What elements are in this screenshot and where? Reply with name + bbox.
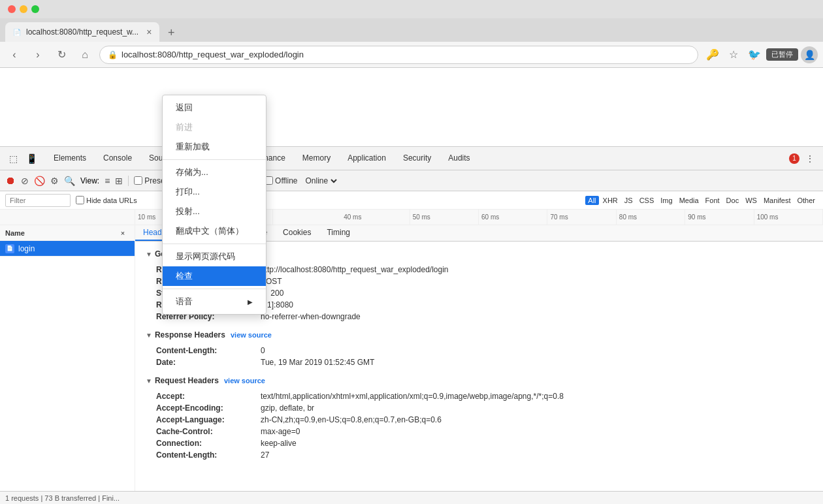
ctx-item-back[interactable]: 返回 (163, 98, 266, 118)
content-length-row: Content-Length: 0 (146, 345, 813, 356)
error-badge: 1 (789, 153, 799, 164)
resource-type-all[interactable]: All (585, 196, 598, 205)
minimize-button[interactable] (20, 5, 27, 13)
traffic-lights (8, 5, 39, 13)
accept-key: Accept: (156, 392, 261, 401)
offline-group[interactable]: Offline (265, 176, 297, 185)
ctx-item-saveas[interactable]: 存储为... (163, 163, 266, 182)
ctx-item-viewsource[interactable]: 显示网页源代码 (163, 247, 266, 266)
record-icon[interactable]: ⏺ (5, 175, 16, 187)
separator-1 (128, 176, 129, 186)
tab-application[interactable]: Application (340, 147, 394, 170)
avatar[interactable]: 👤 (801, 46, 818, 63)
accept-language-row: Accept-Language: zh-CN,zh;q=0.9,en-US;q=… (146, 414, 813, 426)
lock-icon: 🔒 (108, 50, 118, 59)
status-text: 1 requests | 73 B transferred | Fini... (5, 494, 120, 502)
tab-title: localhost:8080/http_request_w... (26, 27, 138, 37)
home-button[interactable]: ⌂ (76, 46, 94, 64)
tick-60ms: 60 ms (479, 210, 547, 225)
request-sidebar: Name × 📄 login (0, 225, 135, 491)
ctx-item-print[interactable]: 打印... (163, 182, 266, 202)
tab-elements[interactable]: Elements (46, 147, 94, 170)
extension-icon[interactable]: 🐦 (745, 46, 764, 64)
forward-button[interactable]: › (29, 46, 47, 64)
address-bar[interactable]: 🔒 localhost:8080/http_request_war_explod… (99, 46, 698, 64)
connection-row: Connection: keep-alive (146, 437, 813, 449)
request-headers-title: Request Headers (155, 376, 219, 385)
resource-type-img[interactable]: Img (658, 196, 675, 205)
preserve-log-checkbox[interactable] (134, 176, 142, 185)
resource-type-js[interactable]: JS (622, 196, 636, 205)
status-bar: 1 requests | 73 B transferred | Fini... (0, 491, 823, 504)
tab-audits[interactable]: Audits (440, 147, 477, 170)
response-headers-view-source[interactable]: view source (231, 331, 272, 339)
throttle-select[interactable]: Online (303, 176, 339, 186)
reload-button[interactable]: ↻ (52, 46, 71, 64)
page-content (0, 68, 823, 146)
resource-type-media[interactable]: Media (677, 196, 702, 205)
connection-value: keep-alive (261, 439, 297, 448)
title-bar (0, 0, 823, 18)
request-item-login[interactable]: 📄 login (0, 241, 135, 257)
list-view-icon[interactable]: ≡ (105, 176, 110, 186)
request-item-name: login (18, 244, 35, 253)
tab-security[interactable]: Security (395, 147, 439, 170)
resource-type-doc[interactable]: Doc (724, 196, 742, 205)
hide-data-label: Hide data URLs (86, 197, 137, 204)
detail-tab-timing[interactable]: Timing (319, 225, 358, 241)
req-content-length-row: Content-Length: 27 (146, 449, 813, 461)
accept-row: Accept: text/html,application/xhtml+xml,… (146, 390, 813, 402)
hide-data-checkbox[interactable] (76, 196, 84, 204)
tab-memory[interactable]: Memory (295, 147, 338, 170)
clear-icon[interactable]: 🚫 (34, 176, 45, 186)
request-headers-section-header: ▼ Request Headers view source (146, 373, 813, 388)
ctx-item-inspect[interactable]: 检查 (163, 266, 266, 286)
mobile-icon[interactable]: 📱 (24, 151, 39, 166)
network-toolbar: ⏺ ⊘ 🚫 ⚙ 🔍 View: ≡ ⊞ Preserve log Disable… (0, 170, 823, 191)
ctx-item-speech[interactable]: 语音 ▶ (163, 292, 266, 311)
close-button[interactable] (8, 5, 16, 13)
content-length-value: 0 (261, 346, 265, 355)
stop-icon[interactable]: ⊘ (21, 176, 29, 186)
resource-type-other[interactable]: Other (794, 196, 818, 205)
hide-data-toggle[interactable]: Hide data URLs (76, 196, 137, 204)
ctx-item-reload[interactable]: 重新加载 (163, 137, 266, 157)
paused-button[interactable]: 已暂停 (766, 48, 798, 61)
filter-icon[interactable]: ⚙ (50, 176, 59, 186)
filter-input[interactable] (5, 194, 71, 207)
search-icon[interactable]: 🔍 (64, 176, 75, 186)
resource-type-ws[interactable]: WS (743, 196, 760, 205)
new-tab-button[interactable]: + (162, 24, 180, 42)
req-content-length-value: 27 (261, 450, 269, 460)
tab-favicon: 📄 (13, 29, 21, 36)
resource-type-xhr[interactable]: XHR (600, 196, 621, 205)
context-menu: 返回 前进 重新加载 存储为... 打印... 投射... 翻成中文（简体） 显… (162, 95, 266, 315)
tab-console[interactable]: Console (95, 147, 140, 170)
accept-encoding-row: Accept-Encoding: gzip, deflate, br (146, 402, 813, 414)
cursor-icon[interactable]: ⬚ (5, 151, 21, 166)
cache-control-value: max-age=0 (261, 427, 300, 436)
tick-30ms (273, 210, 341, 225)
tab-close-button[interactable]: × (146, 27, 152, 37)
request-headers-view-source[interactable]: view source (224, 377, 265, 385)
tick-50ms: 50 ms (410, 210, 479, 225)
name-column-header (0, 210, 135, 225)
offline-label: Offline (275, 176, 297, 185)
bookmark-icon[interactable]: ☆ (724, 46, 743, 64)
resource-type-font[interactable]: Font (703, 196, 722, 205)
ctx-speech-label: 语音 (176, 296, 193, 307)
grid-view-icon[interactable]: ⊞ (115, 176, 123, 186)
maximize-button[interactable] (31, 5, 39, 13)
resource-type-manifest[interactable]: Manifest (761, 196, 794, 205)
ctx-item-translate[interactable]: 翻成中文（简体） (163, 221, 266, 241)
back-button[interactable]: ‹ (5, 46, 24, 64)
toolbar-actions: 🔑 ☆ 🐦 已暂停 👤 (703, 46, 818, 64)
tick-70ms: 70 ms (547, 210, 616, 225)
detail-tab-cookies[interactable]: Cookies (275, 225, 319, 241)
devtools-menu-icon[interactable]: ⋮ (802, 151, 818, 166)
browser-tab[interactable]: 📄 localhost:8080/http_request_w... × (5, 22, 159, 42)
resource-type-css[interactable]: CSS (637, 196, 657, 205)
date-row: Date: Tue, 19 Mar 2019 01:52:45 GMT (146, 356, 813, 368)
ctx-item-cast[interactable]: 投射... (163, 202, 266, 221)
filter-bar: Hide data URLs All XHR JS CSS Img Media … (0, 191, 823, 210)
